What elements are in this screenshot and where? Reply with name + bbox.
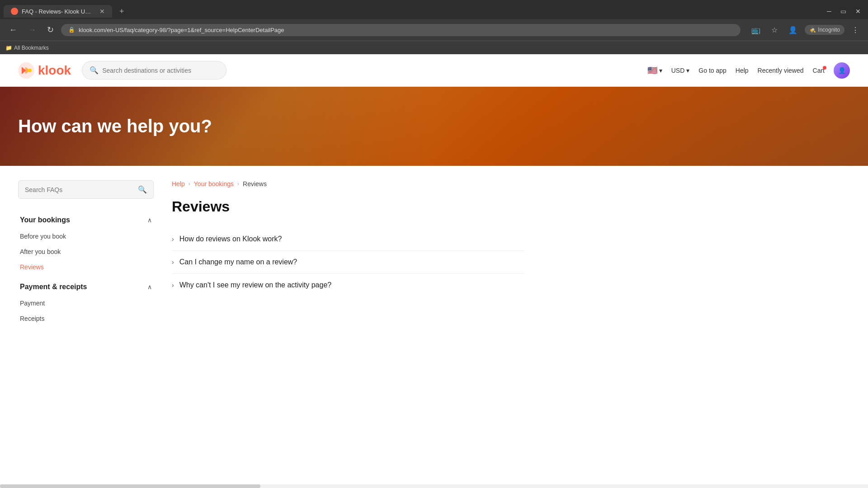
menu-button[interactable]: ⋮ (848, 24, 863, 36)
faq-chevron-icon-1: › (172, 258, 174, 266)
user-avatar[interactable]: 👤 (834, 62, 850, 79)
sidebar-item-before-you-book[interactable]: Before you book (18, 229, 154, 244)
faq-chevron-icon-2: › (172, 282, 174, 289)
breadcrumb-your-bookings[interactable]: Your bookings (194, 180, 234, 188)
faq-item-1[interactable]: › Can I change my name on a review? (172, 251, 524, 274)
cart-link[interactable]: Cart (813, 67, 825, 74)
faq-search-input[interactable] (25, 186, 134, 193)
sidebar-section-your-bookings: Your bookings Before you book After you … (18, 211, 154, 275)
klook-logo-text: klook (38, 63, 71, 78)
refresh-button[interactable]: ↻ (43, 23, 57, 37)
all-bookmarks-label: All Bookmarks (14, 45, 49, 51)
browser-nav: ← → ↻ 🔒 klook.com/en-US/faq/category-98/… (0, 19, 868, 41)
site-header: klook 🔍 🇺🇸 ▾ USD ▾ Go to app Help Recent… (0, 54, 868, 87)
tab-bar: FAQ - Reviews- Klook United S... ✕ + ─ ▭… (0, 0, 868, 19)
breadcrumb-help[interactable]: Help (172, 180, 185, 188)
close-window-button[interactable]: ✕ (852, 6, 864, 17)
breadcrumb: Help › Your bookings › Reviews (172, 180, 524, 188)
minimize-button[interactable]: ─ (823, 6, 835, 17)
url-text: klook.com/en-US/faq/category-98/?page=1&… (79, 27, 284, 33)
faq-item-2[interactable]: › Why can't I see my review on the activ… (172, 274, 524, 296)
recently-viewed-link[interactable]: Recently viewed (758, 67, 804, 74)
bookmarks-bar: 📁 All Bookmarks (0, 41, 868, 54)
currency-arrow: ▾ (686, 67, 689, 74)
tab-close-button[interactable]: ✕ (99, 8, 105, 15)
sidebar-section-payment: Payment & receipts Payment Receipts (18, 278, 154, 326)
header-search-input[interactable] (102, 67, 219, 74)
flag-icon: 🇺🇸 (647, 66, 657, 75)
go-to-app-link[interactable]: Go to app (698, 67, 726, 74)
sidebar: 🔍 Your bookings Before you book After yo… (18, 180, 154, 330)
incognito-label: Incognito (818, 27, 840, 33)
header-search-bar[interactable]: 🔍 (82, 61, 226, 80)
bookmarks-folder-icon: 📁 (5, 45, 12, 51)
lock-icon: 🔒 (68, 27, 75, 33)
tab-favicon (11, 8, 18, 15)
faq-chevron-icon-0: › (172, 235, 174, 243)
help-link[interactable]: Help (736, 67, 749, 74)
faq-search-bar[interactable]: 🔍 (18, 180, 154, 199)
main-layout: 🔍 Your bookings Before you book After yo… (0, 166, 542, 344)
chevron-up-icon-payment (147, 283, 152, 291)
currency-selector[interactable]: USD ▾ (671, 67, 690, 74)
faq-question-0: How do reviews on Klook work? (179, 235, 282, 243)
faq-search-icon: 🔍 (138, 185, 147, 194)
currency-dropdown-arrow: ▾ (659, 67, 662, 74)
sidebar-item-payment[interactable]: Payment (18, 296, 154, 311)
cart-notification-dot (823, 66, 826, 70)
address-bar[interactable]: 🔒 klook.com/en-US/faq/category-98/?page=… (61, 24, 741, 36)
page-scrollbar[interactable] (0, 484, 868, 488)
incognito-badge: 🕵 Incognito (805, 25, 844, 35)
tab-title: FAQ - Reviews- Klook United S... (22, 8, 94, 15)
klook-logo-icon (18, 62, 34, 79)
header-search-icon: 🔍 (90, 66, 99, 75)
svg-point-3 (28, 69, 32, 72)
scrollbar-thumb[interactable] (0, 484, 260, 488)
breadcrumb-separator-2: › (237, 181, 239, 187)
faq-list: › How do reviews on Klook work? › Can I … (172, 228, 524, 296)
sidebar-section-title-your-bookings: Your bookings (20, 216, 70, 224)
bookmark-button[interactable]: ☆ (768, 24, 781, 36)
profile-button[interactable]: 👤 (785, 24, 801, 36)
page-content: klook 🔍 🇺🇸 ▾ USD ▾ Go to app Help Recent… (0, 54, 868, 344)
breadcrumb-current: Reviews (243, 180, 267, 188)
main-panel: Help › Your bookings › Reviews Reviews ›… (172, 180, 524, 330)
forward-button[interactable]: → (24, 23, 40, 37)
sidebar-item-receipts[interactable]: Receipts (18, 311, 154, 326)
currency-label: USD (671, 67, 685, 74)
breadcrumb-separator-1: › (189, 181, 190, 187)
sidebar-section-header-payment[interactable]: Payment & receipts (18, 278, 154, 296)
faq-question-2: Why can't I see my review on the activit… (179, 281, 332, 289)
cast-button[interactable]: 📺 (748, 24, 764, 36)
faq-item-0[interactable]: › How do reviews on Klook work? (172, 228, 524, 251)
tab-extras: ─ ▭ ✕ (823, 6, 868, 17)
back-button[interactable]: ← (5, 23, 21, 37)
incognito-icon: 🕵 (809, 27, 816, 33)
sidebar-item-reviews[interactable]: Reviews (18, 259, 154, 275)
reviews-page-title: Reviews (172, 198, 524, 215)
hero-title: How can we help you? (18, 116, 212, 136)
user-avatar-placeholder: 👤 (838, 67, 846, 74)
new-tab-button[interactable]: + (116, 6, 128, 17)
maximize-button[interactable]: ▭ (837, 6, 850, 17)
sidebar-section-header-your-bookings[interactable]: Your bookings (18, 211, 154, 229)
hero-banner: How can we help you? (0, 87, 868, 166)
sidebar-item-after-you-book[interactable]: After you book (18, 244, 154, 259)
klook-logo[interactable]: klook (18, 62, 71, 79)
faq-question-1: Can I change my name on a review? (179, 258, 297, 266)
active-tab[interactable]: FAQ - Reviews- Klook United S... ✕ (4, 5, 112, 18)
sidebar-section-title-payment: Payment & receipts (20, 283, 87, 291)
browser-chrome: FAQ - Reviews- Klook United S... ✕ + ─ ▭… (0, 0, 868, 54)
header-right: 🇺🇸 ▾ USD ▾ Go to app Help Recently viewe… (647, 62, 850, 79)
nav-right-controls: 📺 ☆ 👤 🕵 Incognito ⋮ (748, 24, 863, 36)
language-selector[interactable]: 🇺🇸 ▾ (647, 66, 662, 75)
chevron-up-icon (147, 216, 152, 224)
